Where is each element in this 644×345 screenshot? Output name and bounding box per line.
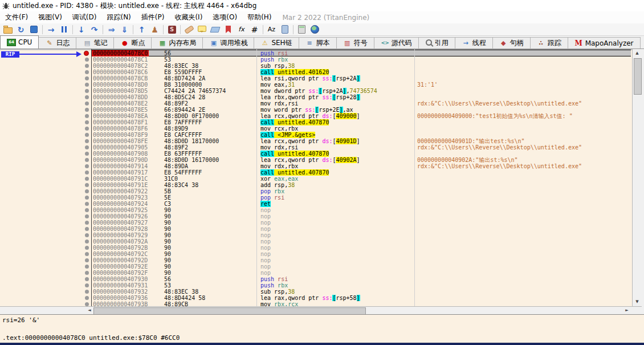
tab-cpu[interactable]: 64CPU: [0, 35, 39, 48]
instruction-bullet[interactable]: [85, 227, 89, 231]
disasm-row[interactable]: 00000000004078CB48:8D7424 2Alea rsi,qwor…: [0, 75, 632, 82]
patch-button[interactable]: [182, 24, 195, 35]
disasm-row[interactable]: 000000000040792890nop: [0, 226, 632, 232]
disasm-row[interactable]: 00000000004078C056push rsi: [0, 50, 632, 56]
tab-memory-map[interactable]: ▦内存布局: [151, 37, 203, 48]
comment-button[interactable]: [195, 24, 209, 35]
instruction-bullet[interactable]: [85, 83, 89, 87]
disasm-row[interactable]: 00000000004079225Bpop rbx: [0, 188, 632, 194]
menu-item[interactable]: 收藏夹(I): [169, 11, 207, 23]
disasm-row[interactable]: 00000000004078C6E8 559DFFFFcall untitled…: [0, 69, 632, 75]
device-button[interactable]: [278, 24, 291, 35]
instruction-bullet[interactable]: [85, 108, 89, 112]
instruction-bullet[interactable]: [85, 196, 89, 200]
disasm-row[interactable]: 00000000004078E566:894424 2Emov word ptr…: [0, 107, 632, 113]
tab-breakpoints[interactable]: ●断点: [113, 37, 152, 48]
instruction-bullet[interactable]: [85, 133, 89, 137]
instruction-bullet[interactable]: [85, 102, 89, 105]
instruction-bullet[interactable]: [85, 233, 89, 237]
disasm-row[interactable]: 000000000040792590nop: [0, 207, 632, 213]
instruction-bullet[interactable]: [85, 202, 89, 206]
instruction-bullet[interactable]: [85, 283, 89, 287]
step-out-button[interactable]: ↑: [135, 24, 148, 35]
disasm-row[interactable]: 000000000040792A90nop: [0, 238, 632, 245]
instruction-bullet[interactable]: [85, 177, 89, 181]
instruction-bullet[interactable]: [85, 139, 89, 143]
step-into-button[interactable]: ↓: [75, 24, 88, 35]
disasm-row[interactable]: 0000000000407924C3ret: [0, 201, 632, 207]
menu-item[interactable]: 帮助(H): [242, 11, 276, 23]
disasm-row[interactable]: 000000000040790548:89F2mov rdx,rsirdx:&"…: [0, 144, 632, 151]
disasm-row[interactable]: 000000000040792F90nop: [0, 270, 632, 276]
scroll-down-icon[interactable]: ▼: [633, 298, 642, 306]
vertical-scrollbar[interactable]: ▲ ▼: [632, 49, 642, 306]
menu-item[interactable]: 视图(V): [33, 11, 67, 23]
instruction-bullet[interactable]: [85, 145, 89, 149]
instruction-bullet[interactable]: [85, 302, 89, 306]
disasm-row[interactable]: 000000000040793B48:89CBmov rbx,rcx: [0, 301, 632, 306]
disasm-row[interactable]: 00000000004079235Epop rsi: [0, 194, 632, 201]
instruction-bullet[interactable]: [85, 290, 89, 294]
disasm-row[interactable]: 000000000040792C90nop: [0, 251, 632, 257]
tab-symbols[interactable]: ▥符号: [336, 37, 374, 48]
disasm-row[interactable]: 00000000004078D0B8 31000000mov eax,3131:…: [0, 82, 632, 88]
calculator-button[interactable]: [295, 24, 308, 35]
bookmark-button[interactable]: [222, 24, 235, 35]
instruction-bullet[interactable]: [85, 95, 89, 99]
horizontal-scrollbar[interactable]: ◄ ►: [0, 306, 642, 314]
pause-button[interactable]: [58, 24, 71, 35]
disasm-row[interactable]: 000000000040792990nop: [0, 232, 632, 238]
instruction-bullet[interactable]: [85, 252, 89, 256]
instruction-bullet[interactable]: [85, 76, 89, 80]
menu-item[interactable]: 文件(F): [0, 11, 33, 23]
tab-call-stack[interactable]: ▣调用堆栈: [202, 37, 254, 48]
instruction-bullet[interactable]: [85, 246, 89, 250]
run-to-user-code-button[interactable]: ⇓: [118, 24, 131, 35]
hash-button[interactable]: #: [248, 24, 261, 35]
breakpoint-bullet[interactable]: [84, 51, 89, 56]
disasm-row[interactable]: 00000000004078EA48:8D0D 0F170000lea rcx,…: [0, 113, 632, 119]
disasm-row[interactable]: 000000000040790D48:8D0D 16170000lea rcx,…: [0, 157, 632, 163]
disasm-row[interactable]: 00000000004078D5C74424 2A 74657374mov dw…: [0, 88, 632, 94]
scroll-up-icon[interactable]: ▲: [633, 49, 642, 58]
case-button[interactable]: Az: [265, 24, 278, 35]
menu-item[interactable]: 调试(D): [67, 11, 102, 23]
disasm-row[interactable]: 000000000040793648:8D4424 58lea rax,qwor…: [0, 295, 632, 301]
goto-user-code-button[interactable]: ♟: [148, 24, 161, 35]
disasm-row[interactable]: 00000000004078DD48:8D5C24 28lea rbx,qwor…: [0, 94, 632, 100]
menu-item[interactable]: 选项(O): [207, 11, 242, 23]
instruction-bullet[interactable]: [85, 265, 89, 269]
disasm-row[interactable]: 000000000040792D90nop: [0, 257, 632, 263]
stop-button[interactable]: [27, 24, 40, 35]
tab-threads[interactable]: →线程: [455, 37, 493, 48]
step-over-button[interactable]: ↷: [88, 24, 101, 35]
disasm-row[interactable]: 000000000040793153push rbx: [0, 282, 632, 289]
scroll-left-icon[interactable]: ◄: [85, 307, 93, 314]
disasm-row[interactable]: 000000000040792B90nop: [0, 245, 632, 251]
instruction-bullet[interactable]: [85, 70, 89, 74]
instruction-bullet[interactable]: [85, 120, 89, 124]
instruction-bullet[interactable]: [85, 258, 89, 262]
instruction-bullet[interactable]: [85, 127, 89, 131]
globe-button[interactable]: [308, 24, 321, 35]
tab-references[interactable]: 引用: [418, 37, 455, 48]
scroll-right-icon[interactable]: ►: [623, 307, 631, 314]
disasm-row[interactable]: 000000000040792790nop: [0, 220, 632, 226]
instruction-bullet[interactable]: [85, 240, 89, 243]
instruction-bullet[interactable]: [85, 214, 89, 218]
disasm-row[interactable]: 00000000004078C248:83EC 38sub rsp,38: [0, 63, 632, 69]
instruction-bullet[interactable]: [85, 221, 89, 225]
tab-source[interactable]: <>源代码: [374, 37, 419, 48]
tab-notes[interactable]: ▤笔记: [76, 37, 114, 48]
function-button[interactable]: fx: [235, 24, 248, 35]
disasm-row[interactable]: 000000000040791E48:83C4 38add rsp,38: [0, 182, 632, 188]
instruction-bullet[interactable]: [85, 89, 89, 93]
run-button[interactable]: →: [44, 24, 58, 35]
disasm-row[interactable]: 000000000040791C31C0xor eax,eax: [0, 176, 632, 182]
instruction-bullet[interactable]: [85, 183, 89, 187]
instruction-bullet[interactable]: [85, 296, 89, 300]
menu-item[interactable]: 跟踪(N): [101, 11, 136, 23]
instruction-bullet[interactable]: [85, 58, 89, 62]
tab-log[interactable]: ✎日志: [38, 37, 76, 48]
disasm-row[interactable]: 000000000040793056push rsi: [0, 276, 632, 282]
